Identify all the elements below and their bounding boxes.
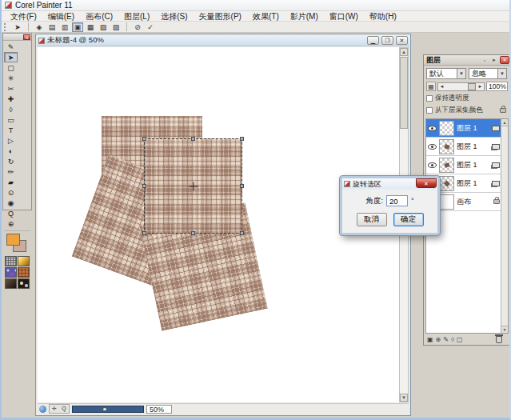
opacity-slider-thumb[interactable] — [468, 83, 476, 90]
selection-adjuster-tool[interactable]: ➤ — [4, 52, 18, 62]
toolbox-header[interactable]: ✕ — [3, 34, 31, 41]
dialog-close-icon[interactable]: ✕ — [416, 178, 437, 188]
grabber-tool[interactable]: ⊕ — [4, 218, 18, 229]
scroll-up-icon[interactable]: ▲ — [400, 48, 408, 56]
foreground-color-swatch[interactable] — [6, 234, 20, 246]
cloner-tool[interactable]: ◉ — [4, 198, 18, 208]
commit-transform-button[interactable]: ✓ — [145, 22, 156, 32]
text-tool[interactable]: T — [4, 125, 18, 135]
scroll-up-icon[interactable]: ▲ — [501, 119, 508, 126]
menu-effects[interactable]: 效果(T) — [247, 11, 285, 22]
toolbar-grip[interactable] — [4, 23, 7, 31]
selection-marquee[interactable] — [144, 138, 242, 234]
menu-layers[interactable]: 图层(L) — [118, 11, 155, 22]
panel-menu-icon[interactable]: ▸ — [490, 57, 498, 63]
layer-adjuster-tool[interactable]: ✚ — [4, 94, 18, 104]
handle-bottom-left[interactable] — [142, 231, 146, 235]
perspective-mode-button[interactable]: ▨ — [110, 22, 122, 32]
handle-bottom-right[interactable] — [240, 231, 244, 235]
dodge-tool[interactable]: ◐ — [4, 146, 18, 156]
menu-shapes[interactable]: 矢量图形(P) — [194, 11, 247, 22]
dialog-titlebar[interactable]: 旋转选区 ✕ — [342, 178, 437, 190]
slider-right-icon[interactable]: ► — [477, 84, 484, 89]
crop-tool[interactable]: ✂ — [4, 83, 18, 94]
layer-name[interactable]: 图层 1 — [457, 142, 489, 152]
visibility-eye-icon[interactable] — [428, 162, 437, 168]
menu-movie[interactable]: 影片(M) — [285, 11, 324, 22]
menu-file[interactable]: 文件(F) — [5, 11, 42, 22]
dynamic-plugins-icon[interactable]: ⊕ — [436, 336, 441, 343]
handle-mid-left[interactable] — [142, 184, 146, 188]
eraser-tool[interactable]: ▰ — [4, 177, 18, 187]
magnifier-icon[interactable]: Q — [59, 405, 69, 413]
move-mode-button[interactable]: ◈ — [34, 22, 45, 32]
zoom-slider[interactable] — [72, 406, 144, 413]
zoom-slider-thumb[interactable] — [102, 407, 107, 411]
panel-close-icon[interactable]: ✕ — [500, 56, 509, 64]
panel-box-icon[interactable]: ▫ — [481, 58, 489, 63]
handle-bottom-center[interactable] — [191, 231, 195, 235]
magic-wand-tool[interactable]: ✳ — [4, 73, 18, 83]
look-selector[interactable] — [5, 278, 17, 289]
document-maximize-button[interactable]: ❐ — [381, 36, 393, 45]
menu-select[interactable]: 选择(S) — [155, 11, 193, 22]
new-layer-icon[interactable]: ▢ — [457, 336, 463, 343]
menu-edit[interactable]: 编辑(E) — [42, 11, 80, 22]
preserve-transparency-checkbox[interactable] — [426, 95, 433, 102]
selection-adjuster-icon[interactable]: ➤ — [12, 22, 23, 32]
delete-layer-icon[interactable] — [496, 336, 502, 343]
duplicate-mode-button[interactable]: ▤ — [46, 22, 58, 32]
slider-left-icon[interactable]: ◄ — [438, 84, 445, 89]
weave-selector[interactable] — [18, 267, 30, 278]
layer-row-1[interactable]: 图层 1 — [426, 119, 508, 138]
layer-list-scrollbar[interactable]: ▲ ▼ — [501, 119, 508, 333]
pattern-selector[interactable] — [5, 267, 17, 278]
layer-name[interactable]: 图层 1 — [457, 160, 489, 170]
layer-name[interactable]: 图层 1 — [457, 178, 489, 189]
document-titlebar[interactable]: 未标题-4 @ 50% ▁ ❐ ✕ — [37, 35, 409, 46]
chevron-down-icon[interactable]: ▼ — [497, 69, 506, 78]
new-liquid-ink-layer-icon[interactable]: ◊ — [451, 336, 454, 343]
magnifier-tool[interactable]: Q — [4, 208, 18, 218]
distort-mode-button[interactable]: ▧ — [98, 22, 109, 32]
rect-select-tool[interactable]: ▢ — [4, 62, 18, 73]
nozzle-selector[interactable] — [18, 278, 30, 289]
cancel-transform-button[interactable]: ⊘ — [132, 22, 143, 32]
zoom-level[interactable]: 50% — [146, 405, 172, 414]
gradient-selector[interactable] — [18, 256, 30, 266]
cancel-button[interactable]: 取消 — [357, 213, 387, 226]
skew-mode-button[interactable]: ▦ — [85, 22, 96, 32]
paper-selector[interactable] — [5, 256, 17, 266]
handle-top-right[interactable] — [240, 137, 244, 141]
menu-window[interactable]: 窗口(W) — [324, 11, 364, 22]
toolbox-close-icon[interactable]: ✕ — [23, 34, 30, 40]
chevron-down-icon[interactable]: ▼ — [457, 69, 465, 78]
ok-button[interactable]: 确定 — [393, 213, 424, 226]
scroll-down-icon[interactable]: ▼ — [400, 394, 408, 402]
dropper-tool[interactable]: ⊙ — [4, 187, 18, 198]
handle-top-left[interactable] — [142, 137, 146, 141]
info-orb-icon[interactable] — [39, 406, 46, 413]
handle-mid-right[interactable] — [240, 184, 244, 188]
new-watercolor-layer-icon[interactable]: ✎ — [443, 336, 449, 343]
rotation-center-crosshair[interactable] — [189, 182, 198, 190]
shape-selection-tool[interactable]: ▷ — [4, 135, 18, 146]
layer-row-2[interactable]: 图层 1 — [426, 138, 508, 156]
brush-tool[interactable]: ✎ — [4, 42, 18, 52]
visibility-eye-icon[interactable] — [428, 126, 437, 131]
rect-shape-tool[interactable]: ▭ — [4, 114, 18, 125]
grabber-icon[interactable]: ✛ — [50, 405, 59, 413]
pen-tool[interactable]: ✏ — [4, 166, 18, 177]
layer-name[interactable]: 图层 1 — [457, 123, 489, 134]
scale-mode-button[interactable]: ▥ — [59, 22, 70, 32]
scroll-down-icon[interactable]: ▼ — [501, 326, 508, 333]
document-minimize-button[interactable]: ▁ — [367, 36, 379, 45]
composite-depth-dropdown[interactable]: 忽略 ▼ — [469, 68, 507, 79]
layer-name[interactable]: 画布 — [457, 197, 491, 207]
paint-bucket-tool[interactable]: ◊ — [4, 104, 18, 114]
menu-help[interactable]: 帮助(H) — [364, 11, 402, 22]
pickup-color-checkbox[interactable] — [426, 107, 433, 114]
composite-method-dropdown[interactable]: 默认 ▼ — [426, 68, 466, 79]
angle-input[interactable] — [386, 195, 408, 206]
layer-commands-icon[interactable]: ▣ — [427, 336, 433, 343]
